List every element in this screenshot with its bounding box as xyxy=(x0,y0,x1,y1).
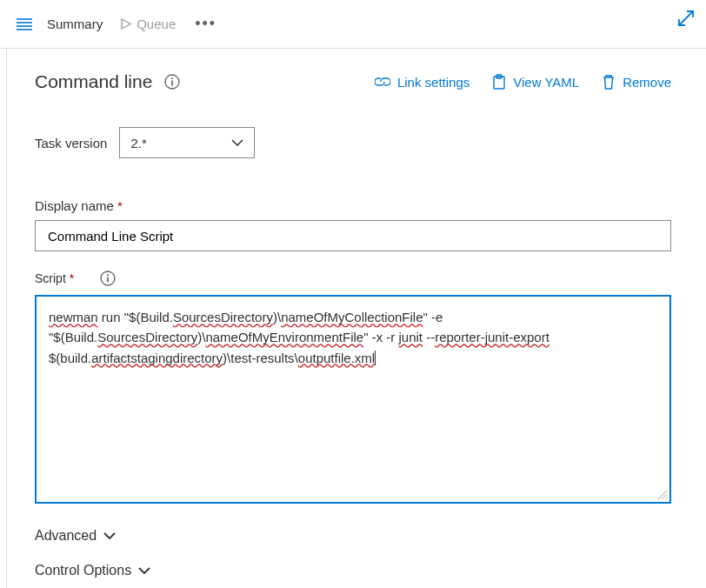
required-marker: * xyxy=(117,198,123,213)
section-control-options[interactable]: Control Options xyxy=(35,563,671,578)
task-version-select[interactable]: 2.* xyxy=(119,127,255,158)
svg-rect-12 xyxy=(107,277,109,283)
section-control-options-label: Control Options xyxy=(35,563,131,578)
link-settings-button[interactable]: Link settings xyxy=(375,75,470,90)
play-icon xyxy=(120,18,131,30)
required-marker: * xyxy=(70,271,74,285)
svg-rect-7 xyxy=(172,81,174,86)
left-divider xyxy=(6,49,7,588)
remove-button[interactable]: Remove xyxy=(602,74,671,90)
svg-marker-4 xyxy=(122,19,130,29)
section-advanced[interactable]: Advanced xyxy=(35,528,671,544)
task-version-label: Task version xyxy=(35,136,107,150)
svg-point-6 xyxy=(171,77,173,79)
link-icon xyxy=(375,76,390,88)
info-icon[interactable] xyxy=(164,74,180,90)
tab-summary[interactable]: Summary xyxy=(38,17,111,31)
chevron-down-icon xyxy=(231,139,243,146)
view-yaml-button[interactable]: View YAML xyxy=(492,74,579,90)
link-settings-label: Link settings xyxy=(397,75,470,90)
trash-icon xyxy=(602,74,616,90)
task-version-value: 2.* xyxy=(130,136,231,150)
chevron-down-icon xyxy=(138,567,150,574)
script-input[interactable]: newman run "$(Build.SourcesDirectory)\na… xyxy=(35,295,671,504)
tab-queue-label: Queue xyxy=(137,17,176,31)
script-label: Script xyxy=(35,271,66,285)
clipboard-icon xyxy=(492,74,506,90)
svg-point-11 xyxy=(107,274,109,276)
more-menu[interactable]: ••• xyxy=(184,15,227,33)
tab-queue[interactable]: Queue xyxy=(111,17,184,31)
info-icon[interactable] xyxy=(100,271,116,286)
expand-icon[interactable] xyxy=(678,10,694,29)
view-yaml-label: View YAML xyxy=(513,75,579,90)
task-editor: Command line Link settings View YAML Rem… xyxy=(0,49,706,578)
chevron-down-icon xyxy=(103,532,116,539)
remove-label: Remove xyxy=(623,75,671,90)
top-bar: Summary Queue ••• xyxy=(0,0,706,49)
section-advanced-label: Advanced xyxy=(35,528,97,544)
page-title: Command line xyxy=(35,71,152,92)
menu-icon[interactable] xyxy=(10,10,38,38)
display-name-label: Display name xyxy=(35,198,114,213)
display-name-input[interactable] xyxy=(35,220,671,251)
